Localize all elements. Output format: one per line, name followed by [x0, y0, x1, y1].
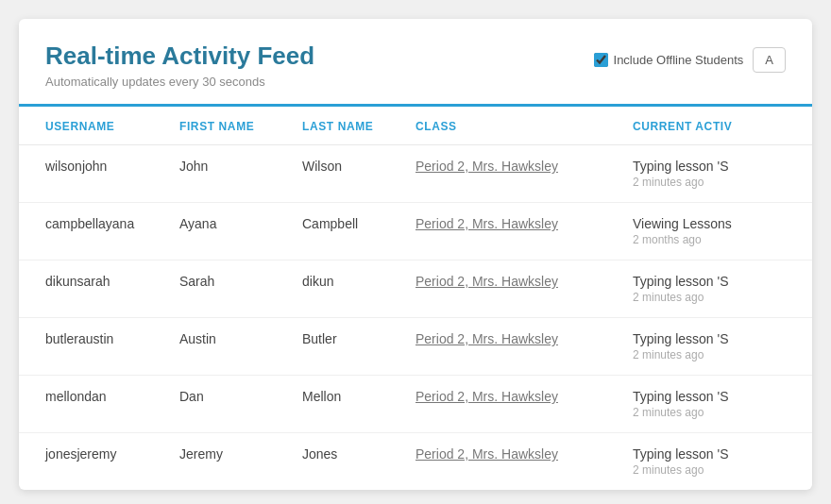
page-title: Real-time Activity Feed: [45, 42, 314, 71]
page-header: Real-time Activity Feed Automatically up…: [19, 19, 812, 89]
cell-username: wilsonjohn: [19, 145, 170, 203]
cell-username: butleraustin: [19, 318, 170, 376]
activity-time: 2 minutes ago: [633, 348, 803, 361]
table-header: USERNAME FIRST NAME LAST NAME CLASS CURR…: [19, 107, 812, 145]
cell-username: jonesjeremy: [19, 433, 170, 491]
cell-firstname: Dan: [170, 376, 293, 433]
cell-firstname: Austin: [170, 318, 293, 376]
cell-class: Period 2, Mrs. Hawksley: [406, 203, 623, 260]
class-link[interactable]: Period 2, Mrs. Hawksley: [416, 389, 558, 404]
cell-username: mellondan: [19, 376, 170, 433]
page-subtitle: Automatically updates every 30 seconds: [45, 75, 314, 89]
cell-activity: Typing lesson 'S2 minutes ago: [623, 433, 812, 491]
activity-text: Typing lesson 'S: [633, 446, 784, 462]
col-header-class: CLASS: [406, 107, 623, 145]
table-row: jonesjeremyJeremyJonesPeriod 2, Mrs. Haw…: [19, 433, 812, 491]
table-row: campbellayanaAyanaCampbellPeriod 2, Mrs.…: [19, 203, 812, 260]
col-header-activity: CURRENT ACTIV: [623, 107, 812, 145]
cell-class: Period 2, Mrs. Hawksley: [406, 260, 623, 318]
table-row: wilsonjohnJohnWilsonPeriod 2, Mrs. Hawks…: [19, 145, 812, 203]
cell-firstname: Ayana: [170, 203, 293, 260]
filter-button[interactable]: A: [753, 47, 786, 73]
activity-text: Typing lesson 'S: [633, 331, 784, 346]
cell-class: Period 2, Mrs. Hawksley: [406, 376, 623, 433]
cell-username: campbellayana: [19, 203, 170, 260]
cell-class: Period 2, Mrs. Hawksley: [406, 318, 623, 376]
cell-lastname: Campbell: [293, 203, 406, 260]
table-body: wilsonjohnJohnWilsonPeriod 2, Mrs. Hawks…: [19, 145, 812, 491]
header-left: Real-time Activity Feed Automatically up…: [45, 42, 314, 89]
activity-text: Typing lesson 'S: [633, 389, 784, 404]
activity-time: 2 minutes ago: [633, 291, 803, 304]
cell-username: dikunsarah: [19, 260, 170, 318]
activity-text: Viewing Lessons: [633, 216, 784, 231]
cell-lastname: Butler: [293, 318, 406, 376]
class-link[interactable]: Period 2, Mrs. Hawksley: [416, 159, 558, 174]
cell-lastname: Wilson: [293, 145, 406, 203]
cell-lastname: Jones: [293, 433, 406, 491]
cell-activity: Typing lesson 'S2 minutes ago: [623, 145, 812, 203]
cell-firstname: Jeremy: [170, 433, 293, 491]
class-link[interactable]: Period 2, Mrs. Hawksley: [416, 274, 558, 289]
cell-firstname: Sarah: [170, 260, 293, 318]
col-header-username: USERNAME: [19, 107, 170, 145]
table-row: mellondanDanMellonPeriod 2, Mrs. Hawksle…: [19, 376, 812, 433]
col-header-lastname: LAST NAME: [293, 107, 406, 145]
cell-lastname: Mellon: [293, 376, 406, 433]
cell-activity: Typing lesson 'S2 minutes ago: [623, 260, 812, 318]
main-card: Real-time Activity Feed Automatically up…: [19, 19, 812, 490]
cell-lastname: dikun: [293, 260, 406, 318]
activity-text: Typing lesson 'S: [633, 274, 784, 289]
class-link[interactable]: Period 2, Mrs. Hawksley: [416, 216, 558, 231]
activity-time: 2 minutes ago: [633, 463, 803, 477]
class-link[interactable]: Period 2, Mrs. Hawksley: [416, 331, 558, 346]
cell-activity: Typing lesson 'S2 minutes ago: [623, 376, 812, 433]
activity-time: 2 minutes ago: [633, 176, 803, 189]
include-offline-checkbox[interactable]: [594, 53, 608, 67]
activity-text: Typing lesson 'S: [633, 159, 784, 174]
cell-activity: Viewing Lessons2 months ago: [623, 203, 812, 260]
col-header-firstname: FIRST NAME: [170, 107, 293, 145]
include-offline-label[interactable]: Include Offline Students: [594, 53, 744, 67]
cell-firstname: John: [170, 145, 293, 203]
table-row: dikunsarahSarahdikunPeriod 2, Mrs. Hawks…: [19, 260, 812, 318]
table-row: butleraustinAustinButlerPeriod 2, Mrs. H…: [19, 318, 812, 376]
header-right: Include Offline Students A: [594, 42, 786, 73]
class-link[interactable]: Period 2, Mrs. Hawksley: [416, 446, 558, 462]
cell-activity: Typing lesson 'S2 minutes ago: [623, 318, 812, 376]
cell-class: Period 2, Mrs. Hawksley: [406, 433, 623, 491]
activity-time: 2 months ago: [633, 233, 803, 246]
activity-table: USERNAME FIRST NAME LAST NAME CLASS CURR…: [19, 107, 812, 490]
activity-time: 2 minutes ago: [633, 406, 803, 419]
cell-class: Period 2, Mrs. Hawksley: [406, 145, 623, 203]
